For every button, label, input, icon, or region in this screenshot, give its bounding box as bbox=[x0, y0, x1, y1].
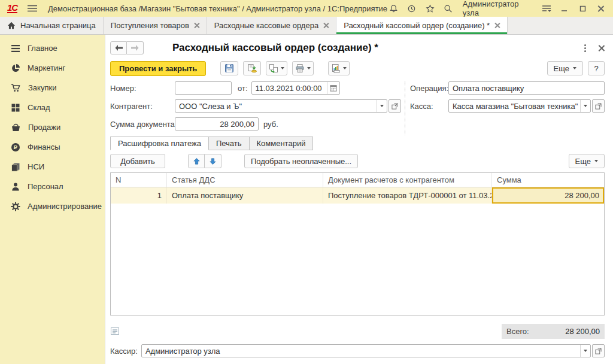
sidebar-item-label: Администрирование bbox=[28, 202, 102, 211]
tab-home[interactable]: Начальная страница bbox=[0, 17, 104, 34]
counterparty-input[interactable]: ООО "Слеза и Ъ" bbox=[175, 99, 387, 113]
cashier-input[interactable]: Администратор узла bbox=[141, 344, 591, 357]
current-user[interactable]: Администратор узла bbox=[463, 0, 532, 17]
number-label: Номер: bbox=[110, 84, 175, 93]
form-close-icon[interactable] bbox=[598, 45, 605, 51]
sidebar-item-purchases[interactable]: Закупки bbox=[0, 78, 105, 98]
person-icon bbox=[11, 182, 20, 192]
sidebar-item-marketing[interactable]: Маркетинг bbox=[0, 58, 105, 78]
post-icon bbox=[247, 63, 257, 73]
service-menu-icon[interactable] bbox=[540, 2, 552, 15]
tab-cash-order-new[interactable]: Расходный кассовый ордер (создание) * bbox=[336, 17, 508, 34]
search-icon[interactable] bbox=[442, 2, 454, 15]
tab-cash-orders-list[interactable]: Расходные кассовые ордера bbox=[207, 17, 336, 34]
hamburger-icon[interactable] bbox=[26, 2, 38, 15]
help-button[interactable]: ? bbox=[588, 61, 605, 75]
tab-comment[interactable]: Комментарий bbox=[250, 136, 314, 150]
col-header-doc[interactable]: Документ расчетов с контрагентом bbox=[323, 173, 492, 187]
cell-dds[interactable]: Оплата поставщику bbox=[167, 187, 323, 204]
operation-label: Операция: bbox=[410, 84, 448, 93]
cashdesk-input[interactable]: Касса магазина "Бытовая техника" bbox=[448, 99, 591, 113]
arrow-down-icon bbox=[209, 157, 217, 165]
menu-lines-icon bbox=[11, 44, 20, 53]
tab-close-icon[interactable] bbox=[323, 23, 329, 28]
more-button-top[interactable]: Еще bbox=[547, 61, 583, 75]
calendar-icon[interactable] bbox=[327, 82, 339, 94]
date-input[interactable]: 11.03.2021 0:00:00 bbox=[251, 81, 340, 95]
cashier-label: Кассир: bbox=[110, 347, 138, 356]
reports-button[interactable] bbox=[328, 61, 350, 75]
kebab-menu-icon[interactable] bbox=[584, 44, 586, 52]
basket-icon bbox=[11, 123, 21, 132]
operation-input[interactable]: Оплата поставщику bbox=[448, 81, 605, 95]
tab-goods-receipts[interactable]: Поступления товаров bbox=[104, 17, 207, 34]
close-icon[interactable] bbox=[595, 2, 607, 15]
pick-unpaid-button[interactable]: Подобрать неоплаченные... bbox=[244, 154, 358, 168]
col-header-n[interactable]: N bbox=[111, 173, 167, 187]
cell-n[interactable]: 1 bbox=[111, 187, 167, 204]
sidebar-item-label: Склад bbox=[28, 103, 50, 112]
dropdown-button[interactable] bbox=[377, 100, 387, 112]
print-icon bbox=[295, 63, 305, 73]
sidebar-item-label: Персонал bbox=[28, 182, 63, 191]
more-label: Еще bbox=[554, 64, 569, 73]
tab-print[interactable]: Печать bbox=[209, 136, 250, 150]
table-empty-area[interactable] bbox=[111, 204, 604, 315]
amount-label: Сумма документа: bbox=[110, 120, 175, 129]
sidebar-item-personnel[interactable]: Персонал bbox=[0, 177, 105, 196]
col-header-sum[interactable]: Сумма bbox=[492, 173, 604, 187]
maximize-icon[interactable] bbox=[576, 2, 588, 15]
list-note-icon[interactable] bbox=[110, 326, 120, 336]
save-button[interactable] bbox=[220, 61, 238, 75]
sidebar-item-warehouse[interactable]: Склад bbox=[0, 98, 105, 117]
amount-input[interactable]: 28 200,00 bbox=[175, 117, 259, 131]
cell-doc[interactable]: Поступление товаров ТДРТ-000001 от 11.03… bbox=[323, 187, 492, 204]
move-down-button[interactable] bbox=[205, 154, 221, 168]
col-header-dds[interactable]: Статья ДДС bbox=[167, 173, 323, 187]
help-label: ? bbox=[594, 64, 598, 73]
minimize-icon[interactable] bbox=[559, 2, 570, 15]
total-value: 28 200,00 bbox=[565, 327, 600, 336]
table-row[interactable]: 1 Оплата поставщику Поступление товаров … bbox=[111, 187, 604, 204]
tab-close-icon[interactable] bbox=[494, 23, 500, 28]
star-icon[interactable] bbox=[424, 2, 436, 15]
cashier-value[interactable]: Администратор узла bbox=[142, 345, 580, 357]
number-input[interactable] bbox=[175, 81, 232, 95]
date-value[interactable]: 11.03.2021 0:00:00 bbox=[252, 82, 327, 94]
ruble-icon: Р bbox=[11, 142, 20, 152]
dropdown-button[interactable] bbox=[580, 345, 590, 357]
books-icon bbox=[11, 162, 20, 172]
tab-payment-breakdown[interactable]: Расшифровка платежа bbox=[110, 136, 209, 150]
move-up-button[interactable] bbox=[188, 154, 205, 168]
counterparty-label: Контрагент: bbox=[110, 102, 175, 111]
back-button[interactable] bbox=[110, 41, 127, 54]
sidebar-item-finance[interactable]: Р Финансы bbox=[0, 137, 105, 157]
post-and-close-button[interactable]: Провести и закрыть bbox=[110, 61, 206, 76]
open-link-icon[interactable] bbox=[389, 99, 401, 113]
home-icon bbox=[7, 22, 16, 29]
cell-sum-selected[interactable]: 28 200,00 bbox=[492, 187, 604, 204]
gear-icon bbox=[11, 202, 20, 211]
print-button[interactable] bbox=[292, 61, 314, 75]
tab-close-icon[interactable] bbox=[194, 23, 199, 28]
cashdesk-label: Касса: bbox=[410, 102, 448, 111]
forward-button[interactable] bbox=[127, 41, 144, 54]
sidebar-item-main[interactable]: Главное bbox=[0, 38, 105, 58]
dropdown-caret-icon bbox=[307, 67, 311, 69]
dropdown-caret-icon bbox=[343, 67, 347, 69]
create-based-on-button[interactable] bbox=[266, 61, 287, 75]
more-button-table[interactable]: Еще bbox=[569, 154, 605, 168]
add-row-button[interactable]: Добавить bbox=[110, 154, 165, 168]
sidebar: Главное Маркетинг Закупки Склад Продажи … bbox=[0, 35, 105, 364]
open-link-icon[interactable] bbox=[592, 99, 605, 113]
cashdesk-value[interactable]: Касса магазина "Бытовая техника" bbox=[449, 100, 580, 112]
sidebar-item-nsi[interactable]: НСИ bbox=[0, 157, 105, 177]
dropdown-button[interactable] bbox=[580, 100, 590, 112]
sidebar-item-administration[interactable]: Администрирование bbox=[0, 196, 105, 216]
counterparty-value[interactable]: ООО "Слеза и Ъ" bbox=[175, 100, 377, 112]
history-icon[interactable] bbox=[406, 2, 418, 15]
post-document-button[interactable] bbox=[243, 61, 261, 75]
open-link-icon[interactable] bbox=[592, 344, 605, 357]
sidebar-item-sales[interactable]: Продажи bbox=[0, 117, 105, 137]
bell-icon[interactable] bbox=[387, 2, 399, 15]
